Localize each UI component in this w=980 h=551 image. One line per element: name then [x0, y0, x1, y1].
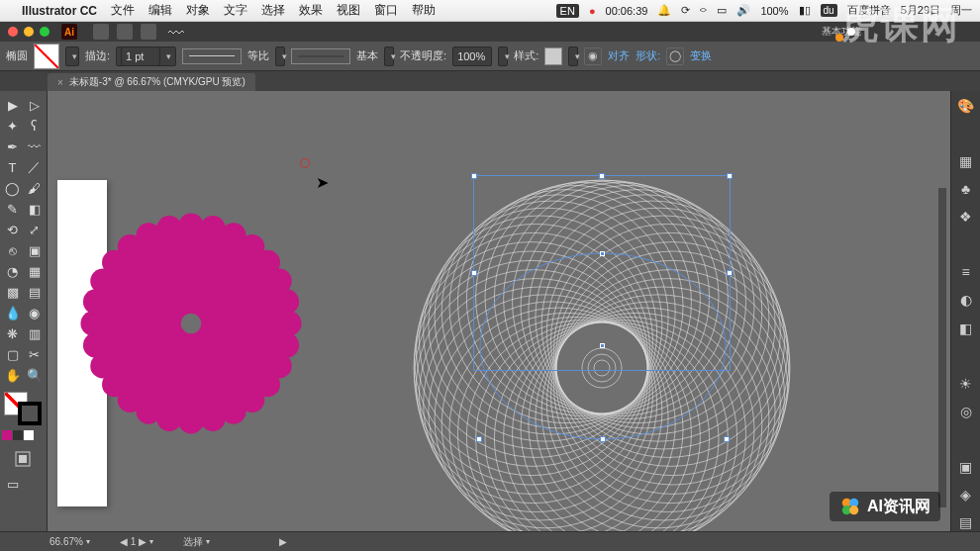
- appearance-panel-icon[interactable]: ☀: [956, 375, 976, 393]
- display-icon[interactable]: ▭: [717, 4, 727, 17]
- line-tool[interactable]: ／: [24, 157, 45, 177]
- curvature-tool[interactable]: 〰: [24, 137, 45, 156]
- lasso-tool[interactable]: ʕ: [24, 116, 45, 136]
- lang-indicator[interactable]: EN: [556, 4, 579, 18]
- sync-icon[interactable]: ⟳: [681, 4, 690, 17]
- mesh-tool[interactable]: ▩: [2, 282, 23, 302]
- handle-icon[interactable]: [471, 173, 477, 179]
- handle-icon[interactable]: [476, 436, 482, 442]
- menu-view[interactable]: 视图: [337, 2, 360, 19]
- scale-tool[interactable]: ⤢: [24, 220, 45, 239]
- close-window-button[interactable]: [8, 27, 18, 37]
- width-tool[interactable]: ⎋: [2, 240, 23, 260]
- fill-dropdown[interactable]: [65, 46, 79, 66]
- eyedropper-tool[interactable]: 💧: [2, 303, 23, 322]
- close-tab-icon[interactable]: ×: [57, 77, 63, 88]
- playback-icon[interactable]: ▶: [279, 536, 287, 547]
- brush-label[interactable]: 基本: [356, 48, 378, 63]
- opacity-dropdown[interactable]: [498, 46, 508, 66]
- anchor-point-icon[interactable]: [600, 251, 605, 256]
- gradient-chip[interactable]: [13, 430, 23, 440]
- volume-icon[interactable]: 🔊: [736, 4, 750, 17]
- graphic-style-swatch[interactable]: [544, 47, 562, 65]
- selection-tool[interactable]: ▶: [2, 95, 23, 115]
- slice-tool[interactable]: ✂: [24, 344, 45, 364]
- shaper-tool[interactable]: ✎: [2, 199, 23, 219]
- shape-ellipse-icon[interactable]: ◯: [666, 47, 684, 65]
- recolor-icon[interactable]: ◉: [584, 47, 602, 65]
- brush-definition[interactable]: [291, 48, 350, 64]
- dash-dropdown[interactable]: [275, 46, 285, 66]
- symbols-panel-icon[interactable]: ❖: [956, 208, 976, 226]
- style-dropdown[interactable]: [568, 46, 578, 66]
- zoom-window-button[interactable]: [40, 27, 49, 37]
- arrange-icon[interactable]: [141, 24, 156, 40]
- perspective-tool[interactable]: ▦: [24, 261, 45, 281]
- ellipse-tool[interactable]: ◯: [2, 178, 23, 198]
- menu-type[interactable]: 文字: [224, 2, 247, 19]
- stroke-weight-value[interactable]: 1 pt: [121, 46, 160, 66]
- hand-tool[interactable]: ✋: [2, 365, 23, 385]
- stroke-color-icon[interactable]: [18, 402, 42, 425]
- handle-icon[interactable]: [727, 270, 733, 276]
- bridge-icon[interactable]: [93, 24, 109, 40]
- menu-object[interactable]: 对象: [186, 2, 210, 19]
- brush-dropdown[interactable]: [384, 46, 394, 66]
- stroke-panel-icon[interactable]: ≡: [956, 263, 976, 281]
- transform-link[interactable]: 变换: [690, 48, 712, 63]
- canvas[interactable]: ➤: [48, 91, 950, 531]
- layers-panel-icon[interactable]: ▣: [956, 458, 976, 476]
- workspace-switcher[interactable]: 基本功能: [822, 25, 980, 39]
- graph-tool[interactable]: ▥: [24, 323, 45, 343]
- graphic-styles-panel-icon[interactable]: ◎: [956, 403, 976, 420]
- gradient-tool[interactable]: ▤: [24, 282, 45, 302]
- shape-builder-tool[interactable]: ◔: [2, 261, 23, 281]
- menu-file[interactable]: 文件: [111, 2, 135, 19]
- minimize-window-button[interactable]: [24, 27, 34, 37]
- handle-icon[interactable]: [471, 270, 477, 276]
- du-icon[interactable]: du: [821, 4, 837, 17]
- transparency-panel-icon[interactable]: ◧: [956, 320, 976, 337]
- fill-swatch[interactable]: [34, 44, 59, 69]
- dash-label[interactable]: 等比: [247, 48, 269, 63]
- color-chip[interactable]: [2, 430, 12, 440]
- eraser-tool[interactable]: ◧: [24, 199, 45, 219]
- color-panel-icon[interactable]: 🎨: [956, 97, 976, 115]
- menu-help[interactable]: 帮助: [412, 2, 436, 19]
- magic-wand-tool[interactable]: ✦: [2, 116, 23, 136]
- swatches-panel-icon[interactable]: ▦: [956, 152, 976, 170]
- artboard-nav[interactable]: ◀ 1 ▶: [120, 536, 153, 547]
- handle-icon[interactable]: [724, 436, 730, 442]
- screen-mode-tool[interactable]: ▭: [2, 474, 24, 494]
- var-width-profile[interactable]: [182, 48, 242, 64]
- stroke-weight-dropdown[interactable]: 1 pt: [116, 46, 176, 66]
- draw-mode-icon[interactable]: [2, 445, 44, 473]
- type-tool[interactable]: T: [2, 157, 23, 177]
- blend-tool[interactable]: ◉: [24, 303, 45, 322]
- paintbrush-tool[interactable]: 🖌: [24, 178, 45, 198]
- brushes-panel-icon[interactable]: ♣: [956, 180, 976, 198]
- asset-export-panel-icon[interactable]: ◈: [956, 486, 976, 504]
- zoom-level-dropdown[interactable]: 66.67%: [49, 536, 90, 547]
- stock-icon[interactable]: [117, 24, 133, 40]
- notification-icon[interactable]: 🔔: [657, 4, 671, 17]
- zoom-tool[interactable]: 🔍: [24, 365, 45, 385]
- shape-link[interactable]: 形状:: [636, 48, 660, 63]
- ime-label[interactable]: 百度拼音: [847, 3, 891, 18]
- wifi-icon[interactable]: ⌔: [700, 5, 707, 17]
- status-tool-indicator[interactable]: 选择: [183, 535, 210, 549]
- app-name[interactable]: Illustrator CC: [22, 4, 97, 18]
- handle-icon[interactable]: [599, 173, 605, 179]
- none-chip[interactable]: [24, 430, 34, 440]
- fill-stroke-control[interactable]: [2, 390, 44, 427]
- center-point-icon[interactable]: [600, 343, 605, 348]
- menu-select[interactable]: 选择: [261, 2, 285, 19]
- gear-shape-object[interactable]: [77, 210, 305, 437]
- document-tab[interactable]: × 未标题-3* @ 66.67% (CMYK/GPU 预览): [48, 73, 255, 91]
- free-transform-tool[interactable]: ▣: [24, 240, 45, 260]
- align-link[interactable]: 对齐: [608, 48, 630, 63]
- artboard-tool[interactable]: ▢: [2, 344, 23, 364]
- handle-icon[interactable]: [727, 173, 733, 179]
- artboards-panel-icon[interactable]: ▤: [956, 513, 976, 531]
- symbol-sprayer-tool[interactable]: ❋: [2, 323, 23, 343]
